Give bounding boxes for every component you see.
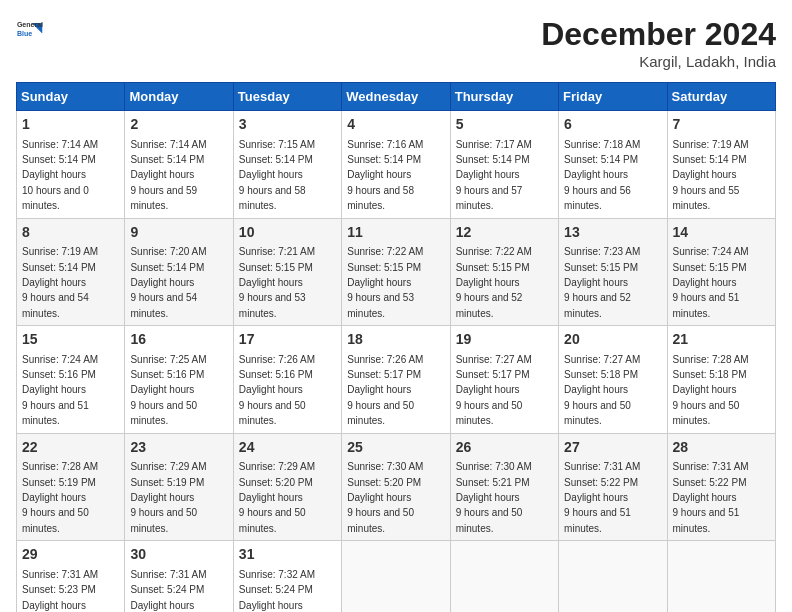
day-number: 18 [347,330,444,350]
calendar-cell: 26 Sunrise: 7:30 AMSunset: 5:21 PMDaylig… [450,433,558,541]
calendar-cell [559,541,667,612]
day-number: 28 [673,438,770,458]
calendar-cell: 29 Sunrise: 7:31 AMSunset: 5:23 PMDaylig… [17,541,125,612]
location-subtitle: Kargil, Ladakh, India [541,53,776,70]
day-number: 14 [673,223,770,243]
calendar-cell: 12 Sunrise: 7:22 AMSunset: 5:15 PMDaylig… [450,218,558,326]
day-info: Sunrise: 7:27 AMSunset: 5:17 PMDaylight … [456,354,532,427]
calendar-cell: 22 Sunrise: 7:28 AMSunset: 5:19 PMDaylig… [17,433,125,541]
day-info: Sunrise: 7:22 AMSunset: 5:15 PMDaylight … [456,246,532,319]
day-number: 16 [130,330,227,350]
month-year-title: December 2024 [541,16,776,53]
day-info: Sunrise: 7:29 AMSunset: 5:19 PMDaylight … [130,461,206,534]
day-number: 9 [130,223,227,243]
day-info: Sunrise: 7:14 AMSunset: 5:14 PMDaylight … [22,139,98,212]
day-info: Sunrise: 7:25 AMSunset: 5:16 PMDaylight … [130,354,206,427]
header-friday: Friday [559,83,667,111]
day-number: 30 [130,545,227,565]
calendar-row: 1 Sunrise: 7:14 AMSunset: 5:14 PMDayligh… [17,111,776,219]
day-info: Sunrise: 7:29 AMSunset: 5:20 PMDaylight … [239,461,315,534]
day-info: Sunrise: 7:19 AMSunset: 5:14 PMDaylight … [673,139,749,212]
day-info: Sunrise: 7:32 AMSunset: 5:24 PMDaylight … [239,569,315,612]
calendar-cell: 19 Sunrise: 7:27 AMSunset: 5:17 PMDaylig… [450,326,558,434]
header-saturday: Saturday [667,83,775,111]
day-number: 31 [239,545,336,565]
day-number: 24 [239,438,336,458]
calendar-cell: 31 Sunrise: 7:32 AMSunset: 5:24 PMDaylig… [233,541,341,612]
day-info: Sunrise: 7:19 AMSunset: 5:14 PMDaylight … [22,246,98,319]
day-info: Sunrise: 7:17 AMSunset: 5:14 PMDaylight … [456,139,532,212]
calendar-cell [450,541,558,612]
calendar-cell: 11 Sunrise: 7:22 AMSunset: 5:15 PMDaylig… [342,218,450,326]
calendar-cell: 3 Sunrise: 7:15 AMSunset: 5:14 PMDayligh… [233,111,341,219]
day-info: Sunrise: 7:20 AMSunset: 5:14 PMDaylight … [130,246,206,319]
day-number: 4 [347,115,444,135]
logo-icon: General Blue [16,16,44,44]
day-info: Sunrise: 7:16 AMSunset: 5:14 PMDaylight … [347,139,423,212]
calendar-cell: 24 Sunrise: 7:29 AMSunset: 5:20 PMDaylig… [233,433,341,541]
day-number: 21 [673,330,770,350]
day-info: Sunrise: 7:24 AMSunset: 5:16 PMDaylight … [22,354,98,427]
header-monday: Monday [125,83,233,111]
calendar-cell: 7 Sunrise: 7:19 AMSunset: 5:14 PMDayligh… [667,111,775,219]
day-info: Sunrise: 7:23 AMSunset: 5:15 PMDaylight … [564,246,640,319]
day-info: Sunrise: 7:31 AMSunset: 5:22 PMDaylight … [673,461,749,534]
day-number: 19 [456,330,553,350]
day-number: 3 [239,115,336,135]
day-number: 27 [564,438,661,458]
calendar-cell: 13 Sunrise: 7:23 AMSunset: 5:15 PMDaylig… [559,218,667,326]
calendar-cell: 23 Sunrise: 7:29 AMSunset: 5:19 PMDaylig… [125,433,233,541]
day-number: 10 [239,223,336,243]
calendar-cell: 28 Sunrise: 7:31 AMSunset: 5:22 PMDaylig… [667,433,775,541]
day-info: Sunrise: 7:26 AMSunset: 5:17 PMDaylight … [347,354,423,427]
weekday-header-row: Sunday Monday Tuesday Wednesday Thursday… [17,83,776,111]
calendar-cell: 25 Sunrise: 7:30 AMSunset: 5:20 PMDaylig… [342,433,450,541]
calendar-cell: 6 Sunrise: 7:18 AMSunset: 5:14 PMDayligh… [559,111,667,219]
svg-text:Blue: Blue [17,30,32,37]
header-wednesday: Wednesday [342,83,450,111]
day-number: 26 [456,438,553,458]
calendar-cell: 16 Sunrise: 7:25 AMSunset: 5:16 PMDaylig… [125,326,233,434]
day-number: 12 [456,223,553,243]
calendar-cell: 30 Sunrise: 7:31 AMSunset: 5:24 PMDaylig… [125,541,233,612]
day-number: 13 [564,223,661,243]
day-info: Sunrise: 7:31 AMSunset: 5:23 PMDaylight … [22,569,98,612]
day-number: 11 [347,223,444,243]
calendar-cell: 2 Sunrise: 7:14 AMSunset: 5:14 PMDayligh… [125,111,233,219]
calendar-cell: 8 Sunrise: 7:19 AMSunset: 5:14 PMDayligh… [17,218,125,326]
calendar-row: 8 Sunrise: 7:19 AMSunset: 5:14 PMDayligh… [17,218,776,326]
calendar-cell: 5 Sunrise: 7:17 AMSunset: 5:14 PMDayligh… [450,111,558,219]
day-number: 25 [347,438,444,458]
day-info: Sunrise: 7:28 AMSunset: 5:18 PMDaylight … [673,354,749,427]
calendar-table: Sunday Monday Tuesday Wednesday Thursday… [16,82,776,612]
calendar-cell: 4 Sunrise: 7:16 AMSunset: 5:14 PMDayligh… [342,111,450,219]
day-info: Sunrise: 7:14 AMSunset: 5:14 PMDaylight … [130,139,206,212]
day-info: Sunrise: 7:30 AMSunset: 5:20 PMDaylight … [347,461,423,534]
day-info: Sunrise: 7:24 AMSunset: 5:15 PMDaylight … [673,246,749,319]
day-number: 1 [22,115,119,135]
title-block: December 2024 Kargil, Ladakh, India [541,16,776,70]
calendar-row: 29 Sunrise: 7:31 AMSunset: 5:23 PMDaylig… [17,541,776,612]
calendar-cell: 9 Sunrise: 7:20 AMSunset: 5:14 PMDayligh… [125,218,233,326]
day-info: Sunrise: 7:30 AMSunset: 5:21 PMDaylight … [456,461,532,534]
day-info: Sunrise: 7:22 AMSunset: 5:15 PMDaylight … [347,246,423,319]
svg-text:General: General [17,21,43,28]
calendar-cell: 14 Sunrise: 7:24 AMSunset: 5:15 PMDaylig… [667,218,775,326]
day-info: Sunrise: 7:28 AMSunset: 5:19 PMDaylight … [22,461,98,534]
day-number: 15 [22,330,119,350]
calendar-row: 15 Sunrise: 7:24 AMSunset: 5:16 PMDaylig… [17,326,776,434]
calendar-cell: 18 Sunrise: 7:26 AMSunset: 5:17 PMDaylig… [342,326,450,434]
day-info: Sunrise: 7:15 AMSunset: 5:14 PMDaylight … [239,139,315,212]
day-number: 6 [564,115,661,135]
day-number: 23 [130,438,227,458]
logo: General Blue [16,16,44,44]
day-info: Sunrise: 7:18 AMSunset: 5:14 PMDaylight … [564,139,640,212]
calendar-cell: 20 Sunrise: 7:27 AMSunset: 5:18 PMDaylig… [559,326,667,434]
calendar-cell: 15 Sunrise: 7:24 AMSunset: 5:16 PMDaylig… [17,326,125,434]
day-number: 8 [22,223,119,243]
day-info: Sunrise: 7:26 AMSunset: 5:16 PMDaylight … [239,354,315,427]
day-info: Sunrise: 7:31 AMSunset: 5:24 PMDaylight … [130,569,206,612]
day-info: Sunrise: 7:31 AMSunset: 5:22 PMDaylight … [564,461,640,534]
calendar-cell [667,541,775,612]
day-number: 17 [239,330,336,350]
